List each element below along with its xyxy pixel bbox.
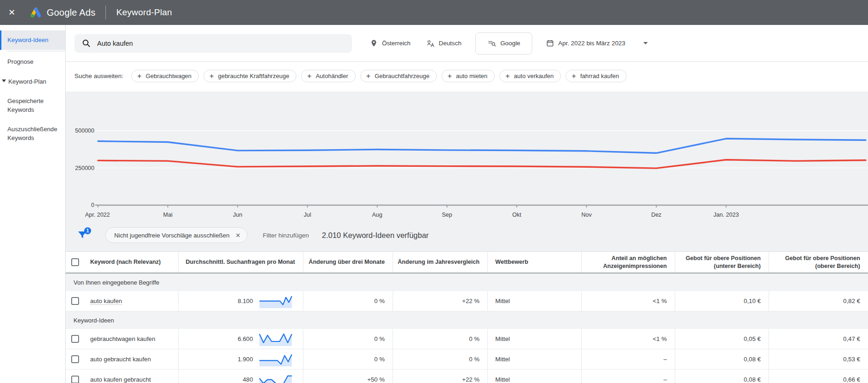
column-header-3[interactable]: Änderung im Jahresvergleich <box>393 252 487 273</box>
keyword-cell: gebrauchtwagen kaufen <box>66 329 178 349</box>
svg-text:250000: 250000 <box>75 165 94 171</box>
broaden-chip-gebrauchtfahrzeuge[interactable]: +Gebrauchtfahrzeuge <box>360 70 437 82</box>
bid-low-cell: 0,08 € <box>675 349 769 369</box>
search-icon <box>82 39 91 48</box>
column-header-keyword[interactable]: Keyword (nach Relevanz) <box>66 252 178 273</box>
table-header-row: Keyword (nach Relevanz)Durchschnittl. Su… <box>66 252 868 274</box>
avg-searches-cell: 480 <box>178 370 303 383</box>
results-count-label: 2.010 Keyword-Ideen verfügbar <box>322 231 429 240</box>
change-3m-cell: 0 % <box>303 329 393 349</box>
search-toolbar: Auto kaufen Österreich Deutsch <box>66 25 868 61</box>
expand-caret-icon <box>2 79 6 82</box>
change-3m-cell: +50 % <box>303 370 393 383</box>
column-header-7[interactable]: Gebot für obere Positionen (oberer Berei… <box>769 252 868 273</box>
svg-text:500000: 500000 <box>75 128 94 134</box>
bid-high-cell: 0,82 € <box>769 291 868 311</box>
select-all-checkbox[interactable] <box>71 258 79 266</box>
close-icon[interactable]: ✕ <box>8 7 27 18</box>
filter-funnel-icon[interactable]: 1 <box>77 230 88 241</box>
broaden-chip-gebrauchte-kraftfahrzeuge[interactable]: +gebrauchte Kraftfahrzeuge <box>203 70 296 82</box>
change-yoy-value: +22 % <box>462 376 480 383</box>
sidebar-item-gespeicherte-keywords[interactable]: Gespeicherte Keywords <box>0 91 65 120</box>
keyword-search-input[interactable]: Auto kaufen <box>74 34 352 53</box>
table-section-header: Keyword-Ideen <box>66 311 868 329</box>
column-header-label: Änderung im Jahresvergleich <box>398 258 480 266</box>
impression-share-value: <1 % <box>653 298 667 304</box>
keyword-label[interactable]: auto kaufen <box>90 298 122 305</box>
broaden-chip-auto-mieten[interactable]: +auto mieten <box>442 70 495 82</box>
keyword-checkbox[interactable] <box>71 355 79 363</box>
table-row: gebrauchtwagen kaufen6.6000 %0 %Mittel<1… <box>66 329 868 349</box>
change-3m-value: 0 % <box>374 356 385 363</box>
sparkline <box>259 353 293 366</box>
keyword-cell: auto kaufen gebraucht <box>66 370 178 383</box>
sparkline <box>259 373 293 383</box>
change-3m-cell: 0 % <box>303 349 393 369</box>
svg-text:Dez: Dez <box>651 212 661 218</box>
column-header-2[interactable]: Änderung über drei Monate <box>303 252 393 273</box>
search-network-icon <box>487 39 496 48</box>
keyword-checkbox[interactable] <box>71 297 79 305</box>
keyword-label[interactable]: auto gebraucht kaufen <box>90 356 151 363</box>
sidebar-item-auszuschlie-ende-keywords[interactable]: Auszuschließende Keywords <box>0 120 65 148</box>
sidebar-item-label: Auszuschließende Keywords <box>7 125 61 142</box>
column-header-label: Gebot für obere Positionen (unterer Bere… <box>675 255 761 270</box>
avg-searches-value: 480 <box>243 376 253 383</box>
column-header-5[interactable]: Anteil an möglichen Anzeigenimpressionen <box>581 252 675 273</box>
column-header-6[interactable]: Gebot für obere Positionen (unterer Bere… <box>675 252 769 273</box>
filter-count-badge: 1 <box>84 227 91 234</box>
location-selector[interactable]: Österreich <box>362 39 419 47</box>
change-yoy-value: +22 % <box>462 298 480 304</box>
trend-chart: 0250000500000Apr. 2022MaiJunJulAugSepOkt… <box>66 91 868 220</box>
chip-label: auto verkaufen <box>514 73 554 79</box>
keyword-cell: auto gebraucht kaufen <box>66 349 178 369</box>
chip-label: Autohändler <box>316 73 348 79</box>
topbar-divider <box>105 6 106 19</box>
search-query-text: Auto kaufen <box>97 40 133 47</box>
competition-cell: Mittel <box>487 291 581 311</box>
keyword-checkbox[interactable] <box>71 335 79 343</box>
google-ads-logo-icon <box>30 7 42 18</box>
sidebar-item-label: Keyword-Ideen <box>7 36 49 44</box>
plus-icon: + <box>209 72 214 80</box>
broaden-search-label: Suche ausweiten: <box>74 73 123 79</box>
broaden-chip-autoh-ndler[interactable]: +Autohändler <box>301 70 355 82</box>
bid-high-value: 0,66 € <box>843 376 860 383</box>
language-selector[interactable]: Deutsch <box>419 39 469 48</box>
broaden-chip-gebrauchtwagen[interactable]: +Gebrauchtwagen <box>131 70 199 82</box>
column-header-label: Keyword (nach Relevanz) <box>90 258 161 266</box>
broaden-search-row: Suche ausweiten: +Gebrauchtwagen+gebrauc… <box>66 62 868 91</box>
date-range-selector[interactable]: Apr. 2022 bis März 2023 <box>538 39 656 47</box>
broaden-chip-fahrrad-kaufen[interactable]: +fahrrad kaufen <box>566 70 626 82</box>
sidebar-item-prognose[interactable]: Prognose <box>0 52 65 72</box>
table-row: auto gebraucht kaufen1.9000 %0 %Mittel–0… <box>66 349 868 370</box>
table-section-header: Von Ihnen eingegebene Begriffe <box>66 274 868 291</box>
change-3m-value: +50 % <box>367 376 385 383</box>
network-selector[interactable]: Google <box>475 32 532 55</box>
svg-text:Mai: Mai <box>163 212 172 218</box>
svg-text:Jul: Jul <box>304 212 311 218</box>
change-yoy-cell: +22 % <box>393 370 487 383</box>
column-header-4[interactable]: Wettbewerb <box>487 252 581 273</box>
language-value: Deutsch <box>439 40 462 47</box>
add-filter-button[interactable]: Filter hinzufügen <box>263 232 309 239</box>
sidebar-item-keyword-plan[interactable]: Keyword-Plan <box>0 72 65 91</box>
bid-high-cell: 0,47 € <box>769 329 868 349</box>
keyword-checkbox[interactable] <box>71 376 79 383</box>
bid-high-cell: 0,66 € <box>769 370 868 383</box>
product-name: Google Ads <box>47 7 95 18</box>
keyword-label[interactable]: auto kaufen gebraucht <box>90 376 151 383</box>
competition-value: Mittel <box>495 335 510 342</box>
remove-filter-icon[interactable]: ✕ <box>235 232 240 239</box>
sidebar-item-keyword-ideen[interactable]: Keyword-Ideen <box>0 30 65 50</box>
column-header-1[interactable]: Durchschnittl. Suchanfragen pro Monat <box>178 252 303 273</box>
competition-cell: Mittel <box>487 329 581 349</box>
bid-low-cell: 0,05 € <box>675 329 769 349</box>
active-filter-chip[interactable]: Nicht jugendfreie Vorschläge ausschließe… <box>105 227 247 243</box>
broaden-chip-auto-verkaufen[interactable]: +auto verkaufen <box>499 70 561 82</box>
change-yoy-cell: 0 % <box>393 329 487 349</box>
chip-label: Gebrauchtwagen <box>146 73 191 79</box>
svg-text:Nov: Nov <box>581 212 592 218</box>
bid-low-value: 0,05 € <box>744 335 761 342</box>
keyword-label[interactable]: gebrauchtwagen kaufen <box>90 335 155 342</box>
